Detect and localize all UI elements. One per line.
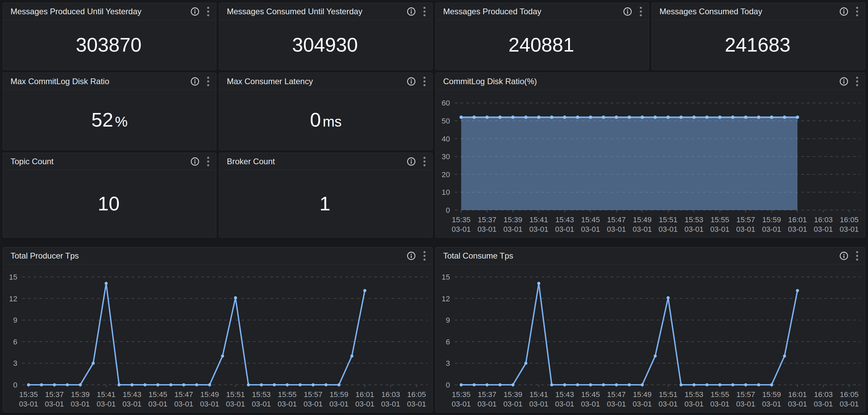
- svg-text:15:35: 15:35: [452, 390, 471, 399]
- panel-title: Max CommitLog Disk Ratio: [11, 77, 109, 86]
- panel-header: Messages Produced Until Yesterday: [3, 3, 216, 20]
- svg-text:15:37: 15:37: [45, 390, 64, 399]
- svg-text:20: 20: [442, 170, 450, 179]
- svg-text:15:35: 15:35: [452, 215, 471, 224]
- info-icon[interactable]: [623, 7, 632, 16]
- info-icon[interactable]: [406, 7, 416, 16]
- kebab-menu-icon[interactable]: [639, 5, 643, 18]
- info-icon[interactable]: [839, 77, 849, 86]
- svg-text:15:51: 15:51: [659, 390, 677, 399]
- info-icon[interactable]: [190, 77, 200, 86]
- svg-text:3: 3: [13, 359, 17, 367]
- kebab-menu-icon[interactable]: [423, 5, 426, 18]
- panel-total-consume-tps: Total Consume Tps 0369121515:3503-0115:3…: [435, 247, 865, 412]
- svg-text:15:39: 15:39: [71, 390, 90, 399]
- kebab-menu-icon[interactable]: [855, 250, 859, 262]
- panel-messages-consumed-today: Messages Consumed Today 241683: [652, 3, 865, 70]
- svg-text:15:51: 15:51: [226, 390, 245, 399]
- svg-text:03-01: 03-01: [19, 400, 38, 408]
- panel-title: CommitLog Disk Ratio(%): [443, 77, 537, 86]
- info-icon[interactable]: [406, 157, 416, 166]
- stat-body: 10: [3, 170, 216, 237]
- svg-text:03-01: 03-01: [736, 400, 755, 408]
- chart-canvas[interactable]: 010203040506015:3503-0115:3703-0115:3903…: [436, 90, 865, 237]
- svg-text:15:51: 15:51: [659, 215, 677, 224]
- kebab-menu-icon[interactable]: [423, 250, 426, 262]
- kebab-menu-icon[interactable]: [423, 155, 426, 168]
- svg-text:03-01: 03-01: [814, 225, 833, 233]
- panel-header: CommitLog Disk Ratio(%): [436, 73, 865, 90]
- svg-text:03-01: 03-01: [762, 225, 781, 233]
- panel-header: Messages Consumed Until Yesterday: [219, 3, 432, 20]
- kebab-menu-icon[interactable]: [423, 75, 426, 88]
- svg-text:03-01: 03-01: [684, 400, 703, 408]
- svg-text:03-01: 03-01: [477, 400, 496, 408]
- panel-header-actions: [839, 5, 859, 18]
- svg-text:15: 15: [9, 273, 17, 281]
- kebab-menu-icon[interactable]: [855, 5, 859, 18]
- panel-header: Messages Consumed Today: [652, 3, 865, 20]
- stat-value: 10: [98, 194, 120, 213]
- svg-text:40: 40: [442, 135, 450, 143]
- info-icon[interactable]: [839, 7, 849, 16]
- panel-max-commitlog-disk-ratio: Max CommitLog Disk Ratio 52%: [3, 73, 216, 150]
- svg-text:15:55: 15:55: [710, 215, 729, 224]
- stat-value: 240881: [508, 35, 574, 55]
- svg-text:03-01: 03-01: [503, 225, 522, 233]
- info-icon[interactable]: [406, 251, 416, 261]
- svg-text:15:37: 15:37: [478, 390, 496, 399]
- panel-header: Total Producer Tps: [3, 247, 432, 264]
- svg-text:15:39: 15:39: [504, 215, 522, 224]
- svg-text:03-01: 03-01: [200, 400, 219, 408]
- info-icon[interactable]: [190, 157, 200, 166]
- panel-messages-produced-until-yesterday: Messages Produced Until Yesterday 303870: [3, 3, 216, 70]
- svg-text:15:41: 15:41: [97, 390, 115, 399]
- svg-text:15:49: 15:49: [200, 390, 219, 399]
- panel-total-producer-tps: Total Producer Tps 0369121515:3503-0115:…: [3, 247, 433, 412]
- svg-text:0: 0: [13, 381, 17, 389]
- kebab-menu-icon[interactable]: [206, 155, 210, 168]
- panel-title: Messages Produced Until Yesterday: [11, 7, 142, 16]
- grafana-dashboard: Messages Produced Until Yesterday 303870…: [0, 0, 868, 415]
- svg-text:16:05: 16:05: [407, 390, 426, 399]
- panel-broker-count: Broker Count 1: [219, 153, 433, 238]
- panel-title: Topic Count: [11, 157, 54, 166]
- panel-header-actions: [623, 5, 643, 18]
- svg-text:03-01: 03-01: [684, 225, 703, 233]
- stat-unit: ms: [323, 115, 342, 129]
- panel-header: Max Consumer Latency: [219, 73, 432, 90]
- svg-text:03-01: 03-01: [123, 400, 142, 408]
- svg-text:15:57: 15:57: [304, 390, 322, 399]
- info-icon[interactable]: [839, 251, 849, 261]
- svg-text:03-01: 03-01: [529, 225, 548, 233]
- svg-text:15:47: 15:47: [607, 390, 626, 399]
- panel-title: Messages Produced Today: [443, 7, 541, 16]
- info-icon[interactable]: [406, 77, 416, 86]
- panel-header-actions: [839, 250, 859, 262]
- svg-text:16:01: 16:01: [788, 215, 807, 224]
- svg-text:6: 6: [446, 338, 450, 346]
- panel-header: Max CommitLog Disk Ratio: [3, 73, 216, 90]
- kebab-menu-icon[interactable]: [206, 75, 210, 88]
- svg-text:30: 30: [442, 152, 450, 161]
- svg-text:03-01: 03-01: [407, 400, 426, 408]
- svg-text:03-01: 03-01: [633, 225, 652, 233]
- svg-text:03-01: 03-01: [45, 400, 64, 408]
- kebab-menu-icon[interactable]: [206, 5, 210, 18]
- svg-text:03-01: 03-01: [452, 400, 471, 408]
- chart-canvas[interactable]: 0369121515:3503-0115:3703-0115:3903-0115…: [436, 264, 865, 412]
- stat-body: 240881: [436, 20, 649, 70]
- svg-text:03-01: 03-01: [710, 225, 729, 233]
- panel-title: Messages Consumed Until Yesterday: [227, 7, 362, 16]
- svg-text:15: 15: [442, 273, 450, 281]
- chart-canvas[interactable]: 0369121515:3503-0115:3703-0115:3903-0115…: [3, 264, 432, 412]
- svg-text:03-01: 03-01: [710, 400, 729, 408]
- info-icon[interactable]: [190, 7, 200, 16]
- stat-body: 241683: [652, 20, 865, 70]
- svg-text:15:57: 15:57: [736, 215, 755, 224]
- kebab-menu-icon[interactable]: [855, 75, 859, 88]
- svg-text:15:53: 15:53: [685, 390, 703, 399]
- svg-text:15:37: 15:37: [478, 215, 496, 224]
- svg-text:16:01: 16:01: [788, 390, 807, 399]
- panel-title: Total Consume Tps: [443, 251, 513, 261]
